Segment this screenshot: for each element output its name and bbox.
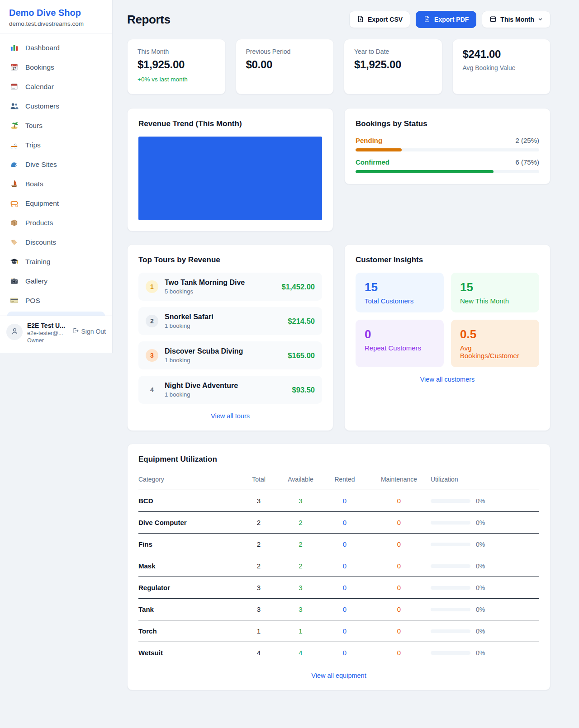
status-rows: Pending2 (25%)Confirmed6 (75%)	[356, 137, 539, 173]
sidebar-item-label: Training	[25, 258, 50, 266]
sidebar-item-products[interactable]: Products	[6, 214, 106, 232]
rank-badge: 4	[146, 383, 158, 396]
view-all-equipment-link[interactable]: View all equipment	[138, 672, 539, 679]
tour-revenue: $1,452.00	[282, 283, 315, 291]
equipment-maintenance: 0	[367, 599, 431, 620]
sidebar-item-pos[interactable]: POS	[6, 292, 106, 309]
column-header: Total	[238, 472, 279, 490]
equipment-row: Fins22000%	[138, 534, 539, 555]
equipment-category: Torch	[138, 620, 238, 642]
stat-label: Previous Period	[246, 48, 324, 55]
equipment-available: 3	[279, 577, 322, 599]
sign-out-icon	[72, 327, 79, 336]
sidebar-item-label: POS	[25, 297, 40, 305]
sidebar-item-tours[interactable]: Tours	[6, 117, 106, 134]
top-tours-card: Top Tours by Revenue 1Two Tank Morning D…	[127, 244, 333, 431]
tour-bookings: 5 bookings	[165, 288, 245, 295]
file-download-icon	[357, 15, 364, 24]
equipment-total: 4	[238, 642, 279, 664]
revenue-trend-chart	[138, 137, 322, 220]
export-pdf-label: Export PDF	[434, 16, 469, 23]
sidebar-item-calendar[interactable]: Calendar	[6, 78, 106, 95]
sidebar-item-label: Bookings	[25, 63, 54, 71]
equipment-row: Tank33000%	[138, 599, 539, 620]
revenue-trend-card: Revenue Trend (This Month)	[127, 108, 333, 232]
tour-name: Discover Scuba Diving	[165, 347, 243, 355]
equipment-utilization-card: Equipment Utilization CategoryTotalAvail…	[127, 444, 551, 690]
insights-row: Top Tours by Revenue 1Two Tank Morning D…	[127, 244, 551, 431]
shop-name: Demo Dive Shop	[9, 8, 103, 18]
sidebar-item-trips[interactable]: Trips	[6, 136, 106, 154]
diving-mask-icon	[10, 199, 19, 208]
insight-value: 15	[460, 280, 530, 294]
insight-value: 0.5	[460, 327, 530, 341]
utilization-percent: 0%	[476, 497, 485, 505]
tour-meta: Snorkel Safari1 booking	[165, 313, 214, 329]
utilization-bar	[431, 543, 470, 546]
sidebar-item-customers[interactable]: Customers	[6, 97, 106, 115]
card-title: Bookings by Status	[356, 119, 539, 128]
equipment-row: Wetsuit44000%	[138, 642, 539, 664]
equipment-category: Wetsuit	[138, 642, 238, 664]
sidebar-item-bookings[interactable]: 17Bookings	[6, 58, 106, 76]
calendar-icon	[489, 15, 497, 24]
chevron-down-icon	[538, 16, 543, 23]
equipment-category: Mask	[138, 555, 238, 577]
insight-tiles: 15Total Customers15New This Month0Repeat…	[356, 273, 539, 367]
status-row: Confirmed6 (75%)	[356, 158, 539, 173]
equipment-total: 1	[238, 620, 279, 642]
user-email: e2e-tester@...	[27, 330, 65, 336]
sidebar-item-label: Dive Sites	[25, 161, 57, 169]
tour-name: Two Tank Morning Dive	[165, 279, 245, 287]
sidebar-item-label: Equipment	[25, 199, 59, 208]
export-csv-button[interactable]: Export CSV	[349, 11, 410, 28]
card-title: Equipment Utilization	[138, 455, 539, 464]
bookings-by-status-card: Bookings by Status Pending2 (25%)Confirm…	[344, 108, 551, 184]
insight-tile: 0Repeat Customers	[356, 320, 444, 367]
view-all-customers-link[interactable]: View all customers	[356, 376, 539, 383]
sidebar-item-discounts[interactable]: Discounts	[6, 233, 106, 251]
sidebar-item-dashboard[interactable]: Dashboard	[6, 39, 106, 57]
equipment-total: 3	[238, 577, 279, 599]
stat-value: $1,925.00	[138, 58, 215, 71]
charts-row: Revenue Trend (This Month) Bookings by S…	[127, 108, 551, 232]
status-row: Pending2 (25%)	[356, 137, 539, 151]
sidebar-item-label: Gallery	[25, 277, 47, 285]
sidebar-item-boats[interactable]: Boats	[6, 175, 106, 193]
user-role: Owner	[27, 337, 65, 344]
tour-bookings: 1 booking	[165, 322, 214, 329]
sign-out-label: Sign Out	[81, 328, 106, 335]
sign-out-button[interactable]: Sign Out	[72, 327, 106, 336]
equipment-rented: 0	[322, 490, 367, 512]
sidebar-item-reports-partial[interactable]	[7, 312, 105, 316]
sidebar-item-training[interactable]: Training	[6, 253, 106, 270]
equipment-table: CategoryTotalAvailableRentedMaintenanceU…	[138, 472, 539, 663]
tag-icon	[10, 238, 19, 246]
period-select[interactable]: This Month	[482, 11, 551, 28]
utilization-bar	[431, 499, 470, 503]
equipment-maintenance: 0	[367, 512, 431, 534]
tour-revenue: $93.50	[292, 386, 315, 394]
sidebar-item-gallery[interactable]: Gallery	[6, 272, 106, 290]
sidebar-item-equipment[interactable]: Equipment	[6, 194, 106, 212]
view-all-tours-link[interactable]: View all tours	[138, 412, 322, 420]
sidebar-item-label: Tours	[25, 122, 43, 130]
utilization-percent: 0%	[476, 541, 485, 548]
tour-bookings: 1 booking	[165, 391, 238, 398]
export-pdf-button[interactable]: Export PDF	[416, 11, 476, 28]
tour-meta: Two Tank Morning Dive5 bookings	[165, 279, 245, 295]
sidebar-item-dive-sites[interactable]: Dive Sites	[6, 156, 106, 173]
equipment-rented: 0	[322, 620, 367, 642]
equipment-rented: 0	[322, 577, 367, 599]
equipment-rented: 0	[322, 599, 367, 620]
equipment-maintenance: 0	[367, 577, 431, 599]
tour-row: 1Two Tank Morning Dive5 bookings$1,452.0…	[138, 273, 322, 301]
status-progress-bar	[356, 148, 539, 151]
sidebar-item-label: Discounts	[25, 238, 56, 246]
equipment-table-header: CategoryTotalAvailableRentedMaintenanceU…	[138, 472, 539, 490]
tour-rows: 1Two Tank Morning Dive5 bookings$1,452.0…	[138, 273, 322, 404]
sidebar-item-label: Customers	[25, 102, 59, 110]
utilization-percent: 0%	[476, 649, 485, 657]
sidebar-item-label: Dashboard	[25, 44, 60, 52]
camera-icon	[10, 277, 19, 285]
